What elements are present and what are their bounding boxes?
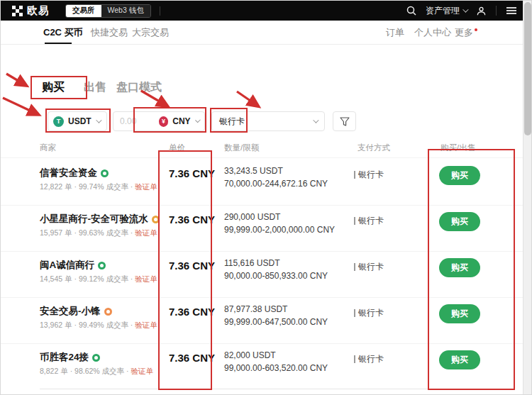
- nav-more[interactable]: 更多: [455, 21, 477, 44]
- buy-button[interactable]: 购买: [439, 258, 480, 277]
- buy-button[interactable]: 购买: [439, 212, 480, 231]
- chevron-down-icon: [462, 6, 468, 12]
- available-amount: 87,977.38 USDT: [224, 304, 287, 314]
- toggle-web3-wallet[interactable]: Web3 钱包: [101, 5, 150, 17]
- dot-separator: ·: [126, 367, 129, 375]
- merchant-badge-icon: [152, 216, 160, 223]
- okx-logo[interactable]: 欧易: [12, 4, 50, 18]
- asset-management-label: 资产管理: [426, 5, 460, 17]
- unit-price: 7.36 CNY: [169, 306, 215, 318]
- table-row: 闽A诚信商行 14,545 单 · 99.12% 成交率 · 验证单 7.36 …: [1, 252, 532, 298]
- order-count: 12,822 单: [40, 182, 72, 191]
- buy-button[interactable]: 购买: [439, 304, 480, 323]
- dot-separator: ·: [70, 367, 73, 375]
- payment-method-label: 银行卡: [358, 169, 384, 181]
- merchant-badge-icon: [98, 262, 106, 269]
- limit-range: 90,000.00-850,933.00 CNY: [224, 271, 328, 281]
- nav-c2c-buy[interactable]: C2C 买币: [43, 21, 83, 44]
- available-amount: 33,243.5 USDT: [224, 166, 283, 176]
- nav-quick-trade[interactable]: 快捷交易: [91, 21, 128, 44]
- available-amount: 115,616 USDT: [224, 258, 280, 268]
- arrow-to-payment: [237, 91, 257, 106]
- payment-method: 银行卡: [354, 307, 384, 319]
- dot-separator: ·: [131, 274, 133, 283]
- dot-separator: ·: [74, 321, 77, 329]
- merchant-name[interactable]: 币胜客24接: [40, 351, 100, 364]
- payment-method: 银行卡: [354, 169, 384, 181]
- verified-order-tag: 验证单: [135, 228, 157, 237]
- payment-method-select[interactable]: 银行卡: [211, 111, 325, 131]
- merchant-name[interactable]: 小星星商行-安全可验流水: [40, 213, 160, 226]
- payment-method: 银行卡: [354, 261, 384, 273]
- payment-select-value: 银行卡: [219, 116, 313, 128]
- limit-range: 99,999.00-647,500.00 CNY: [224, 317, 328, 327]
- order-count: 14,545 单: [40, 274, 72, 283]
- vertical-scrollbar[interactable]: [523, 1, 531, 395]
- offer-list: 信誉安全资金 12,822 单 · 99.74% 成交率 · 验证单 7.36 …: [1, 160, 532, 390]
- hamburger-menu-icon[interactable]: [506, 6, 517, 15]
- bottom-divider: [40, 389, 440, 389]
- payment-method: 银行卡: [354, 353, 384, 365]
- table-row: 小星星商行-安全可验流水 15,957 单 · 99.63% 成交率 · 验证单…: [1, 206, 532, 252]
- merchant-stats: 15,957 单 · 99.63% 成交率 · 验证单: [40, 228, 157, 238]
- dot-separator: ·: [74, 228, 77, 237]
- dot-separator: ·: [74, 182, 77, 191]
- amount-input-group: ¥ CNY: [113, 111, 205, 131]
- available-amount: 82,000 USDT: [224, 350, 276, 360]
- merchant-badge-icon: [101, 169, 109, 177]
- payment-method-label: 银行卡: [358, 307, 384, 319]
- table-row: 币胜客24接 8,822 单 · 98.62% 成交率 · 验证单 7.36 C…: [1, 344, 532, 390]
- table-row: 安全交易-小锋 13,962 单 · 99.49% 成交率 · 验证单 7.36…: [1, 298, 532, 344]
- payment-method: 银行卡: [354, 215, 384, 227]
- col-payment: 支付方式: [358, 143, 390, 153]
- user-profile-icon[interactable]: [476, 6, 487, 16]
- scrollbar-thumb[interactable]: [524, 2, 531, 135]
- toggle-exchange[interactable]: 交易所: [66, 5, 101, 17]
- tab-buy[interactable]: 购买: [42, 80, 65, 95]
- unit-price: 7.36 CNY: [169, 167, 215, 179]
- usdt-icon: T: [53, 116, 64, 127]
- search-icon[interactable]: [406, 6, 416, 16]
- verified-order-tag: 验证单: [135, 321, 157, 329]
- dot-separator: ·: [131, 321, 133, 329]
- nav-block-trade[interactable]: 大宗交易: [132, 21, 169, 44]
- completion-rate: 99.63% 成交率: [79, 228, 128, 237]
- merchant-badge-icon: [104, 308, 112, 316]
- okx-c2c-page: 欧易 交易所 Web3 钱包 资产管理 C2C 买币 快捷交易: [0, 0, 532, 395]
- tab-orderbook-mode[interactable]: 盘口模式: [116, 80, 162, 95]
- tab-sell[interactable]: 出售: [84, 80, 106, 95]
- logo-text: 欧易: [27, 4, 50, 18]
- merchant-name[interactable]: 闽A诚信商行: [40, 259, 106, 272]
- topbar-divider: [496, 6, 497, 16]
- dot-separator: ·: [131, 228, 133, 237]
- completion-rate: 99.12% 成交率: [79, 274, 128, 283]
- nav-orders[interactable]: 订单: [386, 21, 404, 44]
- col-price: 单价: [169, 143, 185, 153]
- payment-color-bar: [354, 171, 355, 179]
- filter-button[interactable]: [333, 111, 356, 131]
- asset-management-menu[interactable]: 资产管理: [426, 5, 467, 17]
- payment-method-label: 银行卡: [358, 353, 384, 365]
- fiat-select-value: CNY: [172, 116, 190, 126]
- chevron-down-icon: [313, 117, 318, 123]
- chevron-down-icon[interactable]: [195, 118, 201, 123]
- crypto-select[interactable]: T USDT: [48, 111, 107, 131]
- merchant-stats: 13,962 单 · 99.49% 成交率 · 验证单: [40, 321, 157, 330]
- merchant-name[interactable]: 安全交易-小锋: [40, 305, 112, 318]
- merchant-stats: 14,545 单 · 99.12% 成交率 · 验证单: [40, 274, 157, 284]
- payment-color-bar: [354, 309, 355, 317]
- amount-input[interactable]: [113, 116, 153, 126]
- unit-price: 7.36 CNY: [169, 213, 215, 226]
- merchant-name[interactable]: 信誉安全资金: [40, 167, 109, 179]
- buy-button[interactable]: 购买: [439, 166, 480, 185]
- nav-profile[interactable]: 个人中心: [414, 21, 451, 44]
- payment-color-bar: [354, 217, 355, 225]
- buy-button[interactable]: 购买: [439, 350, 480, 369]
- col-action: 购买/出售: [440, 143, 475, 153]
- unit-price: 7.36 CNY: [169, 260, 215, 272]
- order-count: 15,957 单: [40, 228, 72, 237]
- verified-order-tag: 验证单: [131, 367, 153, 375]
- limit-range: 99,000.00-603,520.00 CNY: [224, 363, 328, 373]
- dot-separator: ·: [74, 274, 77, 283]
- table-header-row: 商家 单价 数量/限额 支付方式 购买/出售: [1, 140, 532, 158]
